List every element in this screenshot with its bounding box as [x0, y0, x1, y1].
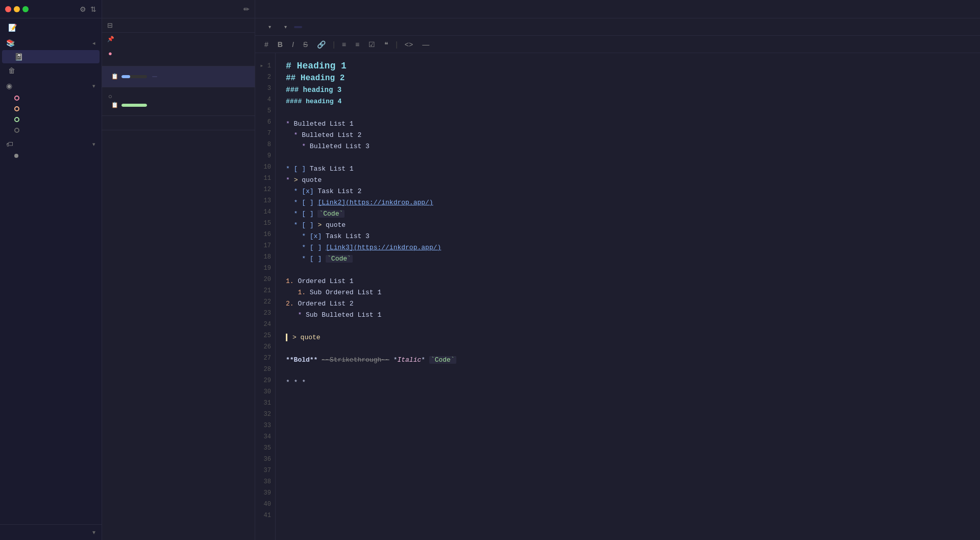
pinned-note-title: ● [108, 50, 249, 57]
tags-header: 🏷 ▾ [0, 137, 102, 151]
editor-tabs: ▾ ▾ [255, 18, 980, 36]
user-dropdown-arrow[interactable]: ▾ [92, 529, 95, 536]
editor-text[interactable]: # Heading 1 ## Heading 2 ### heading 3 #… [276, 53, 980, 540]
toolbar-code[interactable]: <> [403, 39, 415, 50]
note2-meta: 📋 [108, 102, 249, 108]
sidebar-item-sample-notebook[interactable]: 📓 [2, 50, 100, 63]
line-numbers: ▸ 1 2 3 4 5 6 7 8 9 10 11 12 13 14 15 16… [255, 53, 276, 540]
traffic-light-minimize[interactable] [14, 6, 20, 12]
all-notes-icon: 📝 [8, 24, 17, 32]
editor-toolbar: # B I S 🔗 | ≡ ≡ ☑ ❝ | <> — [255, 36, 980, 53]
tab-status-dropdown-arrow: ▾ [284, 24, 287, 30]
toolbar-heading[interactable]: # [262, 39, 271, 50]
sidebar-top-icons: ⚙ ⇅ [80, 5, 96, 13]
status-icon: ◉ [6, 82, 13, 90]
completed-status-dot [14, 117, 19, 122]
task-list-icon: ○ [108, 92, 112, 100]
sidebar: ⚙ ⇅ 📝 📚 ◂ 📓 [0, 0, 102, 540]
toolbar-italic[interactable]: I [290, 39, 296, 50]
traffic-light-close[interactable] [5, 6, 11, 12]
sidebar-bottom: ▾ [0, 524, 102, 540]
tag-dot [14, 154, 18, 158]
toolbar-link[interactable]: 🔗 [315, 39, 328, 50]
toolbar-hr[interactable]: — [420, 39, 431, 50]
toolbar-ol[interactable]: ≡ [353, 39, 361, 50]
tab-note[interactable]: ▾ [262, 23, 275, 31]
tab-note-dropdown-arrow: ▾ [268, 24, 271, 30]
settings-icon[interactable]: ⚙ [80, 5, 86, 13]
active-status-dot [14, 96, 19, 101]
note1-progress [121, 75, 149, 78]
notes-filter-bar[interactable]: ⊟ [102, 18, 255, 33]
traffic-light-maximize[interactable] [22, 6, 29, 12]
status-header: ◉ ▾ [0, 79, 102, 92]
toolbar-strikethrough[interactable]: S [301, 39, 310, 50]
note-card-sample[interactable]: 📋 [102, 66, 255, 87]
editor-header [255, 0, 980, 18]
note2-title: ○ [108, 92, 249, 100]
note1-progress-fill [121, 75, 130, 78]
notebooks-icon: 📚 [6, 39, 15, 47]
notebooks-header: 📚 ◂ [0, 36, 102, 50]
toolbar-sep1: | [333, 40, 335, 49]
sidebar-item-all-notes[interactable]: 📝 [2, 21, 100, 34]
traffic-lights [5, 6, 29, 12]
toolbar-checkbox[interactable]: ☑ [366, 39, 377, 50]
filter-input[interactable] [116, 21, 250, 29]
note2-progress [121, 104, 149, 107]
note2-progress-fill [121, 104, 147, 107]
sidebar-item-completed[interactable] [2, 114, 100, 125]
dropped-status-dot [14, 128, 19, 133]
sidebar-item-trash[interactable]: 🗑 [2, 64, 100, 77]
note-card-task-list[interactable]: ○ 📋 [102, 87, 255, 116]
pinned-section-label: 📌 [102, 33, 255, 44]
toolbar-sep2: | [396, 40, 398, 49]
toolbar-ul[interactable]: ≡ [340, 39, 348, 50]
toolbar-bold[interactable]: B [276, 39, 285, 50]
note1-meta: 📋 [108, 73, 249, 80]
notes-list-header: ✏ [102, 0, 255, 18]
sidebar-item-onhold[interactable] [2, 104, 100, 114]
editor-content[interactable]: ▸ 1 2 3 4 5 6 7 8 9 10 11 12 13 14 15 16… [255, 53, 980, 540]
pin-icon-label: 📌 [107, 36, 114, 42]
note1-copy-icon: 📋 [111, 73, 118, 80]
editor-area: ▾ ▾ # B I S 🔗 | ≡ ≡ ☑ ❝ | <> — ▸ 1 2 3 [255, 0, 980, 540]
notes-list: ✏ ⊟ 📌 ● 📋 [102, 0, 255, 540]
filter-icon: ⊟ [107, 21, 113, 29]
pinned-note-card[interactable]: ● [102, 44, 255, 66]
sidebar-item-dropped[interactable] [2, 125, 100, 135]
onhold-status-dot [14, 106, 19, 111]
tab-active[interactable] [294, 26, 302, 28]
edit-note-icon[interactable]: ✏ [243, 5, 250, 13]
pinned-dot: ● [108, 50, 112, 57]
tab-status[interactable]: ▾ [278, 23, 291, 31]
tab-add-tags[interactable] [305, 26, 313, 28]
note-card-hello-inkdrop[interactable] [102, 116, 255, 130]
sidebar-item-active[interactable] [2, 93, 100, 103]
notes-list-icons: ✏ [243, 5, 250, 13]
tags-expand-icon[interactable]: ▾ [92, 141, 96, 148]
note1-badge [152, 76, 157, 77]
note1-progress-bar [121, 75, 147, 78]
note2-progress-bar [121, 104, 147, 107]
sort-icon[interactable]: ⇅ [90, 5, 96, 13]
sidebar-nav: 📝 📚 ◂ 📓 🗑 [0, 18, 102, 524]
toolbar-blockquote[interactable]: ❝ [382, 39, 390, 50]
tags-icon: 🏷 [6, 140, 14, 148]
trash-icon: 🗑 [8, 66, 15, 75]
notebooks-expand-icon[interactable]: ◂ [92, 40, 96, 46]
sidebar-item-tag-sample[interactable] [2, 151, 100, 160]
status-expand-icon[interactable]: ▾ [92, 83, 96, 89]
note2-copy-icon: 📋 [111, 102, 118, 108]
sidebar-top-bar: ⚙ ⇅ [0, 0, 102, 18]
notebook-icon: 📓 [14, 53, 23, 61]
